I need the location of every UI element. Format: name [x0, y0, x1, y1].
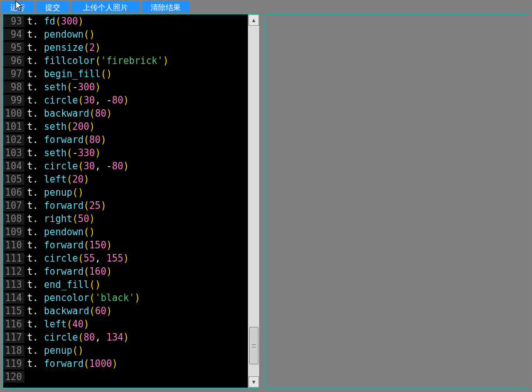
scroll-up-button[interactable]: ▲	[248, 14, 259, 26]
code-content[interactable]: t. backward(80)	[24, 108, 112, 119]
code-content[interactable]: t. pendown()	[24, 29, 95, 40]
code-content[interactable]: t. forward(1000)	[24, 358, 118, 369]
code-content[interactable]: t. penup()	[24, 187, 83, 198]
line-number: 103	[3, 147, 24, 159]
code-line[interactable]: 115t. backward(60)	[3, 304, 259, 317]
editor-wrap: 93t. fd(300)94t. pendown()95t. pensize(2…	[3, 14, 260, 388]
line-number: 94	[3, 29, 24, 40]
code-line[interactable]: 94t. pendown()	[3, 28, 259, 41]
code-content[interactable]: t. left(20)	[24, 174, 89, 185]
code-line[interactable]: 98t. seth(-300)	[3, 80, 259, 93]
code-line[interactable]: 102t. forward(80)	[3, 133, 259, 146]
line-number: 93	[3, 16, 24, 27]
toolbar: 运行 提交 上传个人照片 清除结果	[0, 0, 532, 14]
line-number: 105	[3, 174, 24, 185]
line-number: 119	[3, 358, 24, 369]
scroll-thumb[interactable]	[249, 327, 258, 364]
line-number: 106	[3, 187, 24, 198]
code-line[interactable]: 114t. pencolor('black')	[3, 291, 259, 304]
line-number: 115	[3, 305, 24, 317]
run-button[interactable]: 运行	[1, 1, 34, 13]
line-number: 117	[3, 332, 24, 343]
code-line[interactable]: 104t. circle(30, -80)	[3, 159, 259, 172]
line-number: 120	[3, 371, 24, 383]
line-number: 101	[3, 121, 24, 132]
line-number: 118	[3, 345, 24, 356]
clear-button[interactable]: 清除结果	[142, 1, 189, 13]
line-number: 102	[3, 134, 24, 146]
code-line[interactable]: 95t. pensize(2)	[3, 41, 259, 54]
line-number: 110	[3, 240, 24, 251]
vertical-scrollbar[interactable]: ▲ ▼	[248, 14, 259, 388]
code-content[interactable]: t. forward(80)	[24, 134, 106, 146]
upload-button[interactable]: 上传个人照片	[72, 1, 139, 13]
submit-button[interactable]: 提交	[36, 1, 69, 13]
code-content[interactable]: t. forward(150)	[24, 240, 112, 251]
code-content[interactable]: t. pendown()	[24, 226, 95, 238]
code-content[interactable]: t. seth(-330)	[24, 147, 100, 159]
code-editor[interactable]: 93t. fd(300)94t. pendown()95t. pensize(2…	[3, 14, 259, 388]
line-number: 95	[3, 42, 24, 53]
code-line[interactable]: 103t. seth(-330)	[3, 146, 259, 159]
code-content[interactable]: t. circle(80, 134)	[24, 332, 129, 343]
code-line[interactable]: 109t. pendown()	[3, 225, 259, 238]
code-line[interactable]: 108t. right(50)	[3, 212, 259, 225]
code-content[interactable]: t. backward(60)	[24, 305, 112, 317]
output-pane	[265, 14, 529, 388]
line-number: 97	[3, 68, 24, 80]
line-number: 112	[3, 266, 24, 277]
code-line[interactable]: 93t. fd(300)	[3, 14, 259, 28]
code-content[interactable]: t. circle(30, -80)	[24, 95, 129, 106]
code-line[interactable]: 107t. forward(25)	[3, 199, 259, 212]
code-line[interactable]: 100t. backward(80)	[3, 107, 259, 120]
code-content[interactable]: t. left(40)	[24, 319, 89, 330]
line-number: 109	[3, 226, 24, 238]
code-line[interactable]: 117t. circle(80, 134)	[3, 331, 259, 344]
code-content[interactable]: t. forward(160)	[24, 266, 112, 277]
code-content[interactable]: t. seth(-300)	[24, 82, 100, 93]
code-content[interactable]: t. begin_fill()	[24, 68, 112, 80]
line-number: 113	[3, 279, 24, 290]
code-content[interactable]: t. end_fill()	[24, 279, 100, 290]
code-line[interactable]: 111t. circle(55, 155)	[3, 252, 259, 265]
line-number: 96	[3, 55, 24, 66]
line-number: 104	[3, 161, 24, 172]
code-line[interactable]: 99t. circle(30, -80)	[3, 93, 259, 107]
code-line[interactable]: 105t. left(20)	[3, 172, 259, 186]
code-line[interactable]: 119t. forward(1000)	[3, 357, 259, 370]
line-number: 114	[3, 292, 24, 304]
code-line[interactable]: 116t. left(40)	[3, 317, 259, 331]
line-number: 99	[3, 95, 24, 106]
code-content[interactable]: t. circle(55, 155)	[24, 253, 129, 264]
code-content[interactable]: t. pencolor('black')	[24, 292, 141, 304]
scroll-down-button[interactable]: ▼	[248, 376, 259, 388]
line-number: 116	[3, 319, 24, 330]
code-content[interactable]: t. forward(25)	[24, 200, 106, 211]
code-line[interactable]: 97t. begin_fill()	[3, 67, 259, 80]
code-line[interactable]: 106t. penup()	[3, 186, 259, 199]
code-line[interactable]: 96t. fillcolor('firebrick')	[3, 54, 259, 67]
code-content[interactable]: t. pensize(2)	[24, 42, 100, 53]
code-line[interactable]: 101t. seth(200)	[3, 120, 259, 133]
line-number: 107	[3, 200, 24, 211]
code-content[interactable]: t. right(50)	[24, 213, 95, 225]
main-area: 93t. fd(300)94t. pendown()95t. pensize(2…	[0, 14, 532, 391]
code-content[interactable]: t. seth(200)	[24, 121, 95, 132]
line-number: 111	[3, 253, 24, 264]
code-content[interactable]: t. fillcolor('firebrick')	[24, 55, 169, 66]
line-number: 100	[3, 108, 24, 119]
line-number: 98	[3, 82, 24, 93]
line-number: 108	[3, 213, 24, 225]
code-line[interactable]: 113t. end_fill()	[3, 278, 259, 291]
code-line[interactable]: 120	[3, 370, 259, 383]
code-line[interactable]: 118t. penup()	[3, 344, 259, 357]
scroll-track[interactable]	[248, 26, 259, 376]
code-content[interactable]: t. penup()	[24, 345, 83, 356]
code-content[interactable]: t. fd(300)	[24, 16, 83, 27]
code-line[interactable]: 112t. forward(160)	[3, 265, 259, 278]
code-content[interactable]: t. circle(30, -80)	[24, 161, 129, 172]
code-line[interactable]: 110t. forward(150)	[3, 238, 259, 252]
